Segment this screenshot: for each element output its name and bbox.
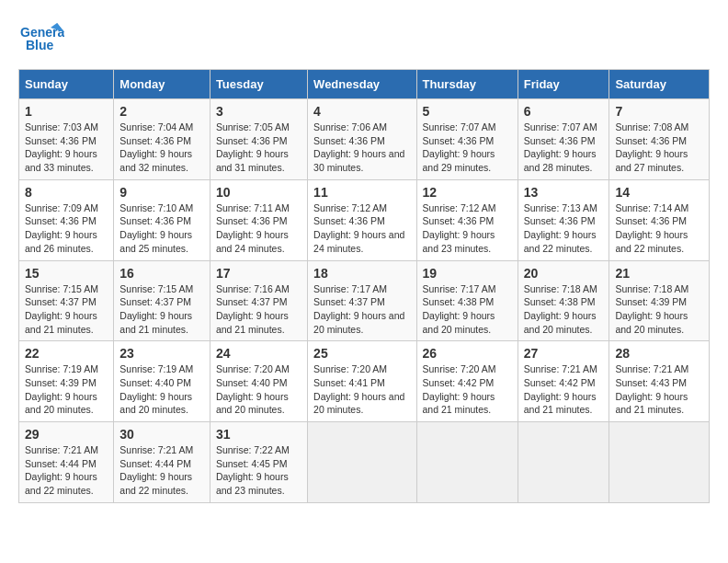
day-number: 18 — [313, 266, 410, 281]
day-header-tuesday: Tuesday — [210, 70, 307, 99]
day-header-saturday: Saturday — [609, 70, 710, 99]
calendar-cell: 26 Sunrise: 7:20 AM Sunset: 4:42 PM Dayl… — [416, 341, 518, 422]
day-number: 28 — [615, 346, 703, 361]
day-info: Sunrise: 7:17 AM Sunset: 4:37 PM Dayligh… — [313, 282, 410, 337]
calendar-cell: 11 Sunrise: 7:12 AM Sunset: 4:36 PM Dayl… — [308, 179, 416, 260]
calendar-cell: 14 Sunrise: 7:14 AM Sunset: 4:36 PM Dayl… — [609, 179, 710, 260]
calendar-body: 1 Sunrise: 7:03 AM Sunset: 4:36 PM Dayli… — [19, 99, 710, 503]
day-info: Sunrise: 7:15 AM Sunset: 4:37 PM Dayligh… — [119, 282, 204, 337]
day-info: Sunrise: 7:21 AM Sunset: 4:42 PM Dayligh… — [524, 362, 604, 417]
day-number: 20 — [524, 266, 604, 281]
calendar-cell: 18 Sunrise: 7:17 AM Sunset: 4:37 PM Dayl… — [308, 260, 416, 341]
day-info: Sunrise: 7:18 AM Sunset: 4:38 PM Dayligh… — [524, 282, 604, 337]
day-info: Sunrise: 7:12 AM Sunset: 4:36 PM Dayligh… — [423, 201, 512, 256]
calendar-cell: 29 Sunrise: 7:21 AM Sunset: 4:44 PM Dayl… — [19, 422, 114, 503]
day-info: Sunrise: 7:06 AM Sunset: 4:36 PM Dayligh… — [313, 121, 410, 175]
day-number: 27 — [524, 346, 604, 361]
day-header-wednesday: Wednesday — [308, 70, 416, 99]
calendar-week-row: 8 Sunrise: 7:09 AM Sunset: 4:36 PM Dayli… — [19, 179, 710, 260]
day-number: 7 — [615, 104, 703, 119]
day-number: 30 — [119, 427, 204, 442]
day-info: Sunrise: 7:13 AM Sunset: 4:36 PM Dayligh… — [524, 201, 604, 256]
calendar-cell: 16 Sunrise: 7:15 AM Sunset: 4:37 PM Dayl… — [114, 260, 210, 341]
calendar-cell: 4 Sunrise: 7:06 AM Sunset: 4:36 PM Dayli… — [308, 99, 416, 180]
calendar-cell: 28 Sunrise: 7:21 AM Sunset: 4:43 PM Dayl… — [609, 341, 710, 422]
calendar-cell: 31 Sunrise: 7:22 AM Sunset: 4:45 PM Dayl… — [210, 422, 307, 503]
day-info: Sunrise: 7:19 AM Sunset: 4:40 PM Dayligh… — [119, 362, 204, 417]
calendar-cell: 5 Sunrise: 7:07 AM Sunset: 4:36 PM Dayli… — [416, 99, 518, 180]
day-number: 9 — [119, 185, 204, 200]
day-info: Sunrise: 7:05 AM Sunset: 4:36 PM Dayligh… — [216, 121, 301, 175]
day-info: Sunrise: 7:21 AM Sunset: 4:43 PM Dayligh… — [615, 362, 703, 417]
calendar-week-row: 29 Sunrise: 7:21 AM Sunset: 4:44 PM Dayl… — [19, 422, 710, 503]
calendar-cell — [518, 422, 609, 503]
calendar-cell: 2 Sunrise: 7:04 AM Sunset: 4:36 PM Dayli… — [114, 99, 210, 180]
day-info: Sunrise: 7:19 AM Sunset: 4:39 PM Dayligh… — [25, 362, 108, 417]
calendar-cell: 19 Sunrise: 7:17 AM Sunset: 4:38 PM Dayl… — [416, 260, 518, 341]
day-number: 15 — [25, 266, 108, 281]
day-info: Sunrise: 7:11 AM Sunset: 4:36 PM Dayligh… — [216, 201, 301, 256]
day-number: 29 — [25, 427, 108, 442]
day-info: Sunrise: 7:04 AM Sunset: 4:36 PM Dayligh… — [119, 121, 204, 175]
day-info: Sunrise: 7:14 AM Sunset: 4:36 PM Dayligh… — [615, 201, 703, 256]
calendar-cell: 27 Sunrise: 7:21 AM Sunset: 4:42 PM Dayl… — [518, 341, 609, 422]
day-number: 19 — [423, 266, 512, 281]
calendar-cell: 22 Sunrise: 7:19 AM Sunset: 4:39 PM Dayl… — [19, 341, 114, 422]
calendar-cell: 15 Sunrise: 7:15 AM Sunset: 4:37 PM Dayl… — [19, 260, 114, 341]
calendar-week-row: 22 Sunrise: 7:19 AM Sunset: 4:39 PM Dayl… — [19, 341, 710, 422]
day-header-thursday: Thursday — [416, 70, 518, 99]
day-number: 3 — [216, 104, 301, 119]
calendar-cell: 24 Sunrise: 7:20 AM Sunset: 4:40 PM Dayl… — [210, 341, 307, 422]
calendar-cell: 7 Sunrise: 7:08 AM Sunset: 4:36 PM Dayli… — [609, 99, 710, 180]
day-info: Sunrise: 7:16 AM Sunset: 4:37 PM Dayligh… — [216, 282, 301, 337]
calendar-week-row: 15 Sunrise: 7:15 AM Sunset: 4:37 PM Dayl… — [19, 260, 710, 341]
header: General Blue — [18, 18, 710, 60]
calendar-header-row: SundayMondayTuesdayWednesdayThursdayFrid… — [19, 70, 710, 99]
day-info: Sunrise: 7:12 AM Sunset: 4:36 PM Dayligh… — [313, 201, 410, 256]
day-header-sunday: Sunday — [19, 70, 114, 99]
calendar-cell: 6 Sunrise: 7:07 AM Sunset: 4:36 PM Dayli… — [518, 99, 609, 180]
calendar-cell — [609, 422, 710, 503]
calendar-cell: 1 Sunrise: 7:03 AM Sunset: 4:36 PM Dayli… — [19, 99, 114, 180]
day-info: Sunrise: 7:21 AM Sunset: 4:44 PM Dayligh… — [119, 443, 204, 498]
calendar-cell: 8 Sunrise: 7:09 AM Sunset: 4:36 PM Dayli… — [19, 179, 114, 260]
day-number: 22 — [25, 346, 108, 361]
day-info: Sunrise: 7:17 AM Sunset: 4:38 PM Dayligh… — [423, 282, 512, 337]
day-info: Sunrise: 7:09 AM Sunset: 4:36 PM Dayligh… — [25, 201, 108, 256]
day-number: 1 — [25, 104, 108, 119]
day-number: 8 — [25, 185, 108, 200]
calendar-cell: 3 Sunrise: 7:05 AM Sunset: 4:36 PM Dayli… — [210, 99, 307, 180]
day-info: Sunrise: 7:18 AM Sunset: 4:39 PM Dayligh… — [615, 282, 703, 337]
calendar-cell: 23 Sunrise: 7:19 AM Sunset: 4:40 PM Dayl… — [114, 341, 210, 422]
day-info: Sunrise: 7:20 AM Sunset: 4:40 PM Dayligh… — [216, 362, 301, 417]
day-info: Sunrise: 7:22 AM Sunset: 4:45 PM Dayligh… — [216, 443, 301, 498]
day-number: 21 — [615, 266, 703, 281]
calendar-cell: 9 Sunrise: 7:10 AM Sunset: 4:36 PM Dayli… — [114, 179, 210, 260]
calendar-cell: 25 Sunrise: 7:20 AM Sunset: 4:41 PM Dayl… — [308, 341, 416, 422]
day-info: Sunrise: 7:15 AM Sunset: 4:37 PM Dayligh… — [25, 282, 108, 337]
logo-icon: General Blue — [18, 18, 64, 60]
day-info: Sunrise: 7:20 AM Sunset: 4:41 PM Dayligh… — [313, 362, 410, 417]
calendar-cell — [308, 422, 416, 503]
day-info: Sunrise: 7:21 AM Sunset: 4:44 PM Dayligh… — [25, 443, 108, 498]
day-number: 14 — [615, 185, 703, 200]
day-info: Sunrise: 7:08 AM Sunset: 4:36 PM Dayligh… — [615, 121, 703, 175]
day-number: 2 — [119, 104, 204, 119]
calendar-cell: 17 Sunrise: 7:16 AM Sunset: 4:37 PM Dayl… — [210, 260, 307, 341]
day-number: 16 — [119, 266, 204, 281]
day-number: 13 — [524, 185, 604, 200]
day-number: 11 — [313, 185, 410, 200]
day-number: 12 — [423, 185, 512, 200]
calendar-week-row: 1 Sunrise: 7:03 AM Sunset: 4:36 PM Dayli… — [19, 99, 710, 180]
day-header-monday: Monday — [114, 70, 210, 99]
day-number: 24 — [216, 346, 301, 361]
day-number: 4 — [313, 104, 410, 119]
day-number: 10 — [216, 185, 301, 200]
day-number: 17 — [216, 266, 301, 281]
day-info: Sunrise: 7:10 AM Sunset: 4:36 PM Dayligh… — [119, 201, 204, 256]
day-info: Sunrise: 7:03 AM Sunset: 4:36 PM Dayligh… — [25, 121, 108, 175]
calendar-cell: 12 Sunrise: 7:12 AM Sunset: 4:36 PM Dayl… — [416, 179, 518, 260]
calendar-cell: 30 Sunrise: 7:21 AM Sunset: 4:44 PM Dayl… — [114, 422, 210, 503]
day-header-friday: Friday — [518, 70, 609, 99]
logo: General Blue — [18, 18, 64, 60]
